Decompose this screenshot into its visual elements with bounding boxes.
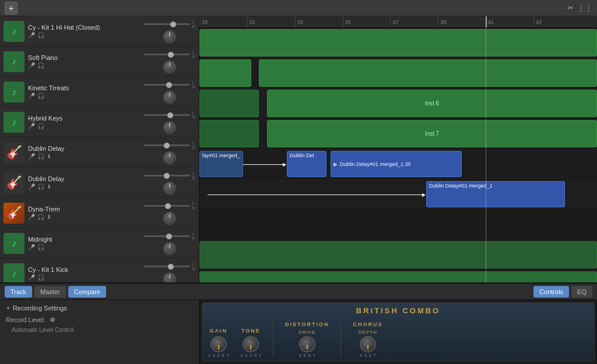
tab-master[interactable]: Master [34,286,66,298]
track-info: Dublin Delay 🎤 🎧 ⬇ [28,145,143,160]
pan-knob[interactable] [163,242,176,255]
mic-icon: 🎤 [28,274,35,281]
headphone-icon: 🎧 [37,32,44,38]
ruler-mark: 41 [486,16,494,27]
tracks-scroll: Inst 6 Inst 7 lay#01 merged_ ▶ Dublin De… [199,28,597,282]
lr-label: LR [192,262,195,271]
ruler-marks: 29 31 33 35 37 39 41 43 [199,16,597,27]
region [199,241,597,268]
track-info: Cy - Kit 1 Hi Hat (Closed) 🎤 🎧 [28,24,143,38]
volume-slider[interactable] [143,266,190,267]
lane-playhead [486,149,486,179]
pan-knob[interactable] [163,61,176,73]
volume-slider[interactable] [143,235,190,237]
track-item[interactable]: 🎸 Dyna-Trem 🎤 🎧 ⬇ LR [0,198,199,228]
track-right-controls: LR [143,262,195,283]
track-item[interactable]: ♪ Kinetic Trreats 🎤 🎧 LR [0,77,199,107]
track-controls: 🎤 🎧 ⬇ [28,153,143,160]
lr-label: LR [192,202,195,211]
add-track-button[interactable]: + [5,2,17,15]
main-area: ♪ Cy - Kit 1 Hi Hat (Closed) 🎤 🎧 LR [0,16,597,282]
track-item[interactable]: ♪ Hybrid Keys 🎤 🎧 LR [0,107,199,137]
tab-eq[interactable]: EQ [571,286,592,298]
pan-knob[interactable] [163,182,176,195]
headphone-icon: 🎧 [37,214,44,220]
track-name: Dyna-Trem [28,206,143,213]
note-icon: ♪ [12,268,16,279]
note-icon: ♪ [12,117,16,128]
pan-knob[interactable] [163,91,176,104]
track-item[interactable]: ♪ Midnight 🎤 🎧 LR [0,228,199,259]
scissors-icon: ✂ [567,3,574,12]
volume-slider[interactable] [143,205,190,207]
volume-slider[interactable] [143,175,190,176]
track-item[interactable]: ♪ Cy - Kit 1 Kick 🎤 🎧 LR [0,259,199,282]
lr-label: LR [192,111,195,120]
region [199,29,597,56]
ruler-mark: 39 [438,16,446,27]
volume-slider[interactable] [143,23,190,25]
region [259,59,597,87]
region-arrow: ▶ [333,161,338,167]
amp-tone-knobs: 3 4 5 6 7 [241,336,262,358]
track-item[interactable]: 🎸 Dublin Delay 🎤 🎧 ⬇ LR [0,168,199,198]
download-icon: ⬇ [47,183,51,190]
track-lane [199,270,597,282]
track-lane [199,28,597,58]
amp-tone-title: TONE [241,328,261,334]
track-info: Midnight 🎤 🎧 [28,236,143,250]
pan-knob[interactable] [163,273,176,283]
tab-compare[interactable]: Compare [68,286,106,298]
pan-knob[interactable] [163,151,176,164]
lr-label: LR [192,80,195,90]
volume-slider[interactable] [143,84,190,86]
amp-chorus-knobs: DEPTH 4 5 6 7 [359,330,377,358]
ruler-mark: 29 [199,16,208,27]
track-info: Hybrid Keys 🎤 🎧 [28,115,143,129]
track-thumbnail: ♪ [3,112,24,133]
track-item[interactable]: 🎸 Dublin Delay 🎤 🎧 ⬇ LR [0,137,199,168]
amp-knob[interactable] [299,336,315,352]
pan-knob[interactable] [163,30,176,43]
bottom-content: ▼ Recording Settings Record Level: Autom… [0,300,597,364]
volume-slider[interactable] [143,144,190,146]
amp-knob[interactable] [243,336,259,352]
track-thumbnail: ♪ [3,233,24,254]
arrow-connector [208,195,422,195]
amp-chorus-section: CHORUS DEPTH 4 5 6 7 [353,321,382,358]
note-icon: ♪ [12,26,16,37]
amp-chorus-title: CHORUS [353,321,382,327]
tab-right-group: Controls EQ [533,286,592,298]
amp-scale: 4 5 6 7 [360,354,376,358]
record-level-row: Record Level: [6,316,193,323]
note-icon: ♪ [12,87,16,97]
region: Dublin Delay#01 merged_1 [426,181,566,207]
region [199,90,259,117]
pan-knob[interactable] [163,121,176,134]
volume-slider[interactable] [143,114,190,116]
mic-icon: 🎤 [28,62,35,69]
amp-knob[interactable] [210,336,227,352]
track-name: Kinetic Trreats [28,84,143,91]
headphone-icon: 🎧 [37,244,44,250]
track-item[interactable]: ♪ Cy - Kit 1 Hi Hat (Closed) 🎤 🎧 LR [0,16,199,47]
lane-playhead [486,89,486,118]
region: Inst 6 [267,90,597,117]
amp-knob[interactable] [360,336,376,352]
lr-label: LR [192,20,195,29]
tab-track[interactable]: Track [5,286,32,298]
tab-controls[interactable]: Controls [533,286,569,298]
section-title: Recording Settings [13,305,67,312]
volume-slider[interactable] [143,54,190,55]
amp-knob-wrap: 3 4 5 6 7 [241,336,262,358]
track-item[interactable]: ♪ Soft Piano 🎤 🎧 LR [0,47,199,77]
track-thumbnail: ♪ [3,263,24,283]
mic-icon: 🎤 [28,153,35,160]
amp-gain-section: GAIN 3 4 5 6 7 [208,328,229,358]
region [199,120,259,147]
pan-knob[interactable] [163,212,176,225]
headphone-icon: 🎧 [37,153,44,160]
section-header: ▼ Recording Settings [6,305,193,312]
lane-playhead [486,28,486,58]
region: lay#01 merged_ [199,151,243,177]
